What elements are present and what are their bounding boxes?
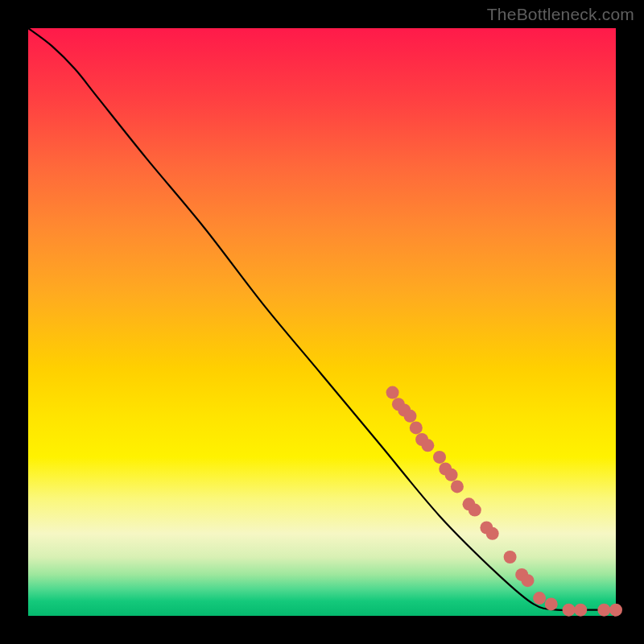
data-marker — [609, 604, 622, 617]
data-marker — [522, 574, 535, 587]
data-marker — [433, 451, 446, 464]
data-marker — [421, 439, 434, 452]
chart-svg — [28, 28, 616, 616]
chart-frame: TheBottleneck.com — [0, 0, 644, 644]
data-marker — [469, 504, 481, 517]
data-marker — [404, 410, 417, 423]
data-marker — [533, 592, 546, 605]
data-marker — [563, 604, 576, 617]
data-marker — [410, 421, 423, 434]
data-marker — [545, 597, 558, 610]
attribution-label: TheBottleneck.com — [487, 5, 634, 24]
data-marker — [451, 480, 464, 493]
data-marker — [597, 604, 610, 617]
data-marker — [504, 551, 517, 564]
marker-group — [386, 386, 622, 617]
data-marker — [486, 527, 499, 540]
data-marker — [445, 469, 458, 481]
data-marker — [574, 604, 587, 617]
plot-area — [28, 28, 616, 616]
curve-line — [28, 28, 616, 610]
data-marker — [386, 386, 399, 399]
